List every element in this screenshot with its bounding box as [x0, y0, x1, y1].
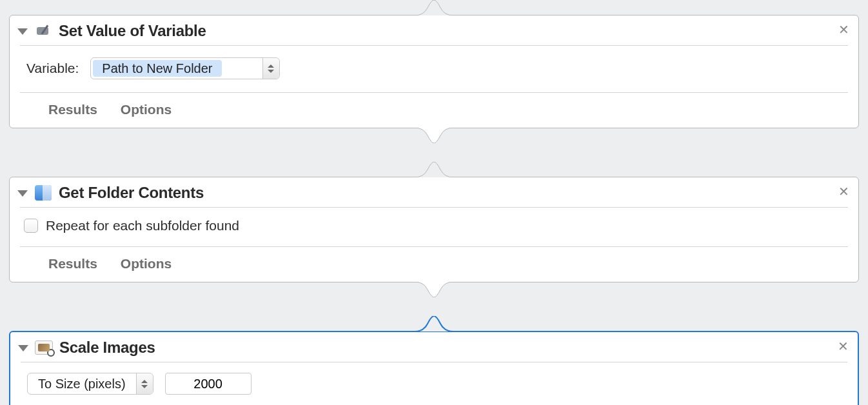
- variable-combo[interactable]: Path to New Folder: [90, 57, 279, 79]
- action-options: Repeat for each subfolder found: [10, 208, 858, 246]
- repeat-label: Repeat for each subfolder found: [46, 218, 239, 233]
- disclosure-triangle-icon[interactable]: [18, 345, 28, 351]
- flow-connector: [9, 128, 859, 143]
- action-title: Set Value of Variable: [59, 22, 206, 40]
- disclosure-triangle-icon[interactable]: [17, 28, 28, 35]
- variable-token[interactable]: Path to New Folder: [93, 60, 221, 77]
- scale-size-input[interactable]: [165, 373, 252, 395]
- stepper-icon[interactable]: [136, 373, 153, 394]
- action-header[interactable]: Set Value of Variable ✕: [10, 15, 858, 45]
- action-title: Scale Images: [59, 339, 155, 357]
- stepper-icon[interactable]: [262, 58, 279, 79]
- options-tab[interactable]: Options: [121, 256, 172, 272]
- results-tab[interactable]: Results: [48, 256, 97, 272]
- scale-mode-value: To Size (pixels): [28, 373, 136, 394]
- action-scale-images[interactable]: Scale Images ✕ To Size (pixels) Results …: [9, 331, 859, 405]
- flow-connector: [9, 316, 859, 331]
- options-tab[interactable]: Options: [121, 102, 172, 117]
- action-options: Variable: Path to New Folder: [10, 46, 858, 92]
- finder-icon: [34, 184, 52, 201]
- repeat-checkbox[interactable]: [24, 219, 38, 233]
- flow-connector: [9, 282, 859, 297]
- action-set-variable[interactable]: Set Value of Variable ✕ Variable: Path t…: [9, 15, 859, 128]
- action-header[interactable]: Scale Images ✕: [10, 332, 858, 362]
- close-icon[interactable]: ✕: [838, 340, 849, 353]
- close-icon[interactable]: ✕: [838, 185, 849, 198]
- variable-label: Variable:: [26, 61, 79, 76]
- flow-connector: [9, 0, 859, 15]
- action-title: Get Folder Contents: [59, 184, 204, 202]
- action-footer: Results Options: [10, 93, 858, 128]
- action-footer: Results Options: [10, 247, 858, 282]
- flow-connector: [9, 162, 859, 177]
- results-tab[interactable]: Results: [48, 102, 97, 117]
- action-options: To Size (pixels): [10, 362, 858, 405]
- automator-icon: [34, 23, 52, 39]
- action-get-folder-contents[interactable]: Get Folder Contents ✕ Repeat for each su…: [9, 177, 859, 282]
- action-header[interactable]: Get Folder Contents ✕: [10, 177, 858, 207]
- scale-mode-combo[interactable]: To Size (pixels): [27, 373, 153, 395]
- disclosure-triangle-icon[interactable]: [17, 190, 28, 197]
- preview-icon: [35, 339, 53, 356]
- close-icon[interactable]: ✕: [838, 23, 849, 36]
